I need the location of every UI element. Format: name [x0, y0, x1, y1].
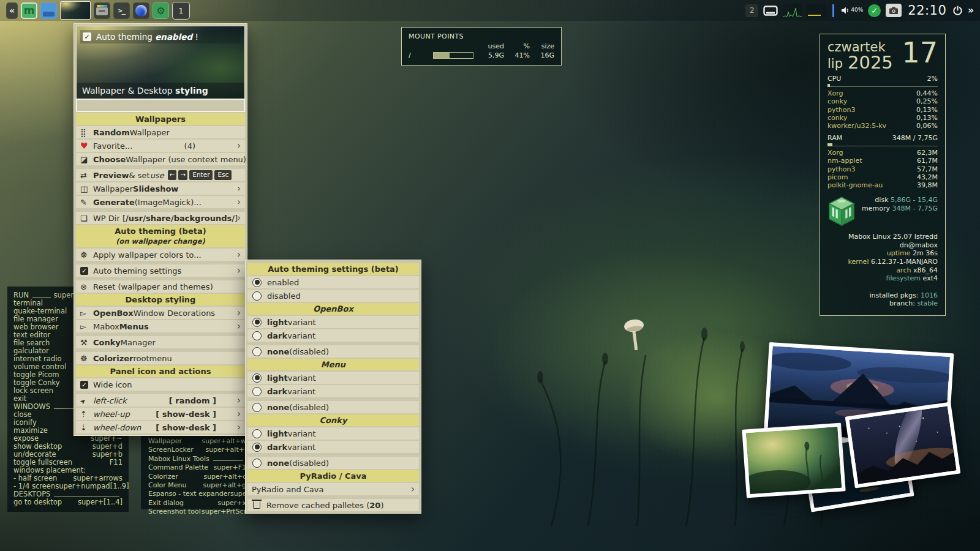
info-value: ext4 — [923, 274, 938, 282]
shortcut-label: go to desktop — [13, 498, 62, 506]
disk-usage-bar — [433, 52, 473, 59]
radio-menu-none[interactable]: none (disabled) — [247, 401, 419, 413]
radio-selected-icon — [252, 318, 262, 327]
workspace-2-badge[interactable]: 2 — [745, 4, 758, 17]
cheatsheet-row: Screenshot tool super+PrtScr — [148, 508, 246, 516]
auto-theming-enabled-toggle[interactable]: ✓ Auto theming enabled ! — [80, 30, 241, 43]
stat-label: disk — [875, 196, 891, 204]
cpu-bar — [827, 84, 938, 87]
file-manager-button[interactable] — [94, 2, 110, 19]
menu-item-favorite[interactable]: ♥Favorite... (4)› — [76, 140, 245, 152]
menu-item-preview-set[interactable]: ⇄Preview & set use←→EnterEsc — [76, 169, 245, 181]
label: Colorizer — [93, 354, 134, 363]
radio-menu-dark[interactable]: dark variant — [247, 385, 419, 397]
screenshot-button[interactable] — [886, 4, 902, 17]
label: variant — [287, 443, 315, 452]
cpu-process-row: conky 0,25% — [827, 97, 938, 105]
cheatsheet-row: Mabox Linux Tools — [148, 455, 246, 463]
radio-conky-dark[interactable]: dark variant — [247, 441, 419, 453]
submenu-arrow-icon: › — [237, 266, 241, 276]
menu-item-wheel-down[interactable]: ⇣wheel-down [ show-desk ]› — [76, 421, 245, 433]
menu-item-apply-colors[interactable]: ☸Apply wallpaper colors to...› — [76, 249, 245, 261]
menu-item-pyradio-cava[interactable]: PyRadio and Cava› — [247, 483, 419, 495]
cpu-process-row: Xorg 0,44% — [827, 89, 938, 97]
menu-item-colorizer-rootmenu[interactable]: ☸Colorizer rootmenu — [76, 352, 245, 364]
system-info-row: filesystem ext4 — [827, 274, 938, 283]
menu-item-choose-wallpaper[interactable]: ◪Choose Wallpaper (use context menu) — [76, 153, 245, 165]
menu-item-openbox-decorations[interactable]: ▻OpenBox Window Decorations› — [76, 307, 245, 319]
process-value: 0,13% — [916, 106, 938, 114]
heart-icon: ♥ — [80, 141, 93, 151]
display-icon[interactable] — [763, 6, 778, 16]
palette-swatch — [129, 100, 141, 111]
action-value: [ random ] — [169, 396, 216, 405]
shortcut-keys: F11 — [110, 459, 123, 467]
radio-conky-none[interactable]: none (disabled) — [247, 457, 419, 469]
menu-item-auto-theming-settings[interactable]: ✓Auto theming settings› — [76, 264, 245, 277]
radio-icon — [252, 291, 262, 301]
clock[interactable]: 22:10 — [908, 3, 946, 18]
radio-disabled[interactable]: disabled — [247, 290, 419, 302]
menu-item-random-wallpaper[interactable]: ⣿Random Wallpaper — [76, 126, 245, 138]
cpu-graph[interactable] — [783, 4, 802, 18]
menu-item-left-click[interactable]: ➤left-click [ random ]› — [76, 394, 245, 407]
network-graph[interactable] — [807, 4, 826, 18]
window-manager-button[interactable] — [40, 2, 57, 19]
menu-item-mabox-menus[interactable]: ▻Mabox Menus› — [76, 320, 245, 332]
palette-swatch — [167, 100, 179, 111]
favorite-count: (4) — [184, 141, 195, 151]
menu-item-conky-manager[interactable]: ⚒Conky Manager — [76, 336, 245, 348]
info-value: x86_64 — [913, 266, 938, 274]
menu-item-reset[interactable]: ⊗Reset (wallpaper and themes) — [76, 280, 245, 293]
shortcut-label: Wallpaper — [148, 437, 182, 446]
label: Menus — [119, 322, 149, 331]
radio-enabled[interactable]: enabled — [247, 276, 419, 288]
radio-conky-light[interactable]: light variant — [247, 427, 419, 440]
ram-process-row: Xorg 62,3M — [827, 149, 938, 157]
workspace-1-button[interactable]: 1 — [172, 2, 190, 20]
label: variant — [288, 429, 316, 438]
mabox-menu-button[interactable]: m — [21, 2, 37, 19]
menu-item-remove-palettes[interactable]: Remove cached palletes (20) — [247, 499, 419, 511]
updates-ok-badge[interactable]: ✓ — [868, 4, 881, 17]
disk-memory-row: disk 5,86G - 15,4G — [861, 196, 938, 204]
label: /usr/share/backgrounds/ — [126, 214, 235, 223]
browser-button[interactable] — [133, 2, 149, 19]
label: Mabox — [93, 322, 119, 331]
expand-button[interactable]: » — [968, 5, 974, 16]
palette-swatch — [77, 100, 90, 111]
menu-item-wide-icon[interactable]: ✓Wide icon — [76, 378, 245, 391]
label: Apply wallpaper colors to... — [93, 250, 202, 260]
submenu-arrow-icon: › — [237, 184, 241, 193]
menu-item-wp-dir[interactable]: ❏WP Dir [ /usr/share/backgrounds/ ]› — [76, 212, 245, 224]
power-icon[interactable] — [952, 6, 963, 16]
radio-icon — [252, 429, 262, 438]
menu-item-wheel-up[interactable]: ⇡wheel-up [ show-desk ]› — [76, 408, 245, 420]
volume-label: 40% — [851, 7, 863, 13]
enter-key-badge: Enter — [189, 170, 213, 179]
cpu-process-row: kworker/u32:5-kv 0,06% — [827, 122, 938, 130]
radio-openbox-light[interactable]: light variant — [247, 316, 419, 328]
menu-item-generate[interactable]: ✎Generate (ImageMagick)...› — [76, 196, 245, 208]
stat-label: memory — [862, 204, 892, 212]
slideshow-icon: ◫ — [80, 184, 93, 193]
submenu-arrow-icon: › — [237, 396, 241, 405]
radio-openbox-none[interactable]: none (disabled) — [247, 345, 419, 358]
palette-swatch — [205, 100, 218, 111]
label: dark — [267, 331, 287, 340]
radio-openbox-dark[interactable]: dark variant — [247, 329, 419, 342]
app-settings-button[interactable]: ⚙ — [153, 2, 169, 19]
radio-menu-light[interactable]: light variant — [247, 372, 419, 384]
menu-item-wallpaper-slideshow[interactable]: ◫Wallpaper Slideshow› — [76, 182, 245, 195]
label: Auto theming enabled ! — [96, 32, 198, 42]
process-value: 62,3M — [917, 149, 938, 157]
process-value: 61,7M — [917, 157, 938, 165]
collapse-button[interactable]: « — [6, 2, 18, 19]
volume-indicator[interactable]: 40% — [841, 6, 863, 15]
checkbox-checked-icon: ✓ — [80, 381, 88, 389]
radio-icon — [252, 331, 262, 340]
play-outline-icon: ▻ — [80, 322, 93, 331]
checkbox-checked-icon: ✓ — [80, 267, 88, 275]
wallpaper-thumbnail-button[interactable] — [60, 1, 91, 20]
terminal-button[interactable]: >_ — [113, 2, 130, 19]
